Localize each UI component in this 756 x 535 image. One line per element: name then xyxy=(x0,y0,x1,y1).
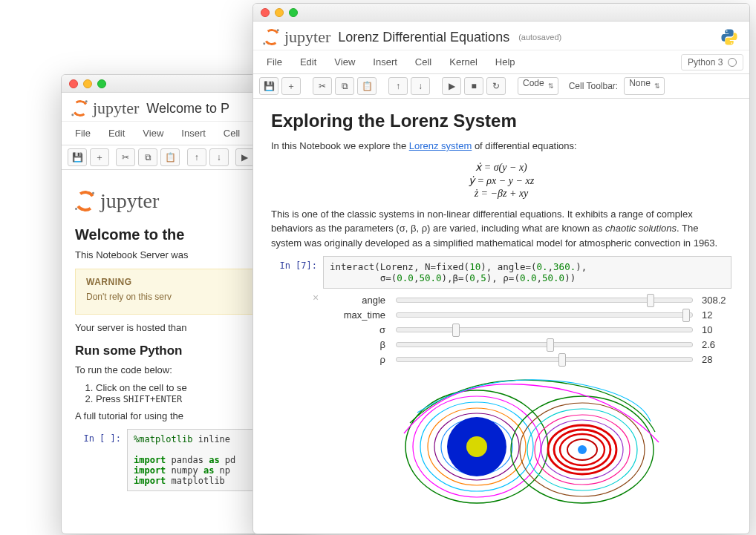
slider-row-angle: angle308.2 xyxy=(330,295,727,306)
move-down-button[interactable]: ↓ xyxy=(209,148,229,166)
zoom-icon[interactable] xyxy=(289,8,298,17)
titlebar[interactable] xyxy=(253,4,749,22)
slider-track[interactable] xyxy=(396,298,693,303)
close-icon[interactable] xyxy=(261,8,270,17)
slider-value: 10 xyxy=(693,324,727,335)
menu-kernel[interactable]: Kernel xyxy=(442,53,485,70)
description-paragraph: This is one of the classic systems in no… xyxy=(271,207,731,251)
jupyter-wordmark: jupyter xyxy=(93,99,139,118)
slider-row-β: β2.6 xyxy=(330,339,727,350)
stop-button[interactable]: ■ xyxy=(464,77,483,95)
menu-view[interactable]: View xyxy=(327,53,362,70)
cell-type-select[interactable]: Code ⇅ xyxy=(518,77,558,95)
menu-insert[interactable]: Insert xyxy=(365,53,405,70)
jupyter-mark-icon xyxy=(262,27,281,46)
slider-label: angle xyxy=(330,295,396,306)
copy-button[interactable]: ⧉ xyxy=(138,148,157,166)
slider-thumb[interactable] xyxy=(558,353,566,367)
cell-toolbar-select[interactable]: None ⇅ xyxy=(624,77,665,95)
menu-file[interactable]: File xyxy=(68,125,98,142)
jupyter-wordmark: jupyter xyxy=(100,189,159,213)
close-icon[interactable] xyxy=(69,79,78,88)
cell-toolbar-label: Cell Toolbar: xyxy=(569,81,618,91)
slider-track[interactable] xyxy=(396,327,693,332)
cut-button[interactable]: ✂ xyxy=(313,77,332,95)
add-cell-button[interactable]: ＋ xyxy=(90,148,109,166)
menu-insert[interactable]: Insert xyxy=(174,125,213,142)
jupyter-mark-icon xyxy=(74,189,97,213)
minimize-icon[interactable] xyxy=(83,79,92,88)
kernel-name[interactable]: Python 3 xyxy=(681,54,743,70)
interact-output: × angle308.2max_time12σ10β2.6ρ28 xyxy=(330,295,727,513)
restart-button[interactable]: ↻ xyxy=(486,77,506,95)
move-up-button[interactable]: ↑ xyxy=(187,148,206,166)
slider-thumb[interactable] xyxy=(452,324,460,337)
menu-view[interactable]: View xyxy=(135,125,171,142)
code-cell[interactable]: In [7]: interact(Lorenz, N=fixed(10), an… xyxy=(271,256,731,289)
slider-track[interactable] xyxy=(396,312,693,318)
zoom-icon[interactable] xyxy=(97,79,106,88)
jupyter-mark-icon xyxy=(71,99,89,117)
lorenz-equations: ẋ = σ(y − x) ẏ = ρx − y − xz ż = −βz + x… xyxy=(271,161,731,200)
slider-track[interactable] xyxy=(396,342,693,347)
minimize-icon[interactable] xyxy=(275,8,284,17)
paste-button[interactable]: 📋 xyxy=(160,148,180,166)
lorenz-attractor-plot xyxy=(369,372,688,513)
run-button[interactable]: ▶ xyxy=(442,77,461,95)
slider-thumb[interactable] xyxy=(547,338,554,352)
close-widget-icon[interactable]: × xyxy=(313,292,319,303)
slider-label: ρ xyxy=(330,354,396,365)
chevron-up-down-icon: ⇅ xyxy=(654,82,660,90)
slider-label: β xyxy=(330,339,396,350)
save-button[interactable]: 💾 xyxy=(259,77,278,95)
lorenz-system-link[interactable]: Lorenz system xyxy=(409,140,472,151)
svg-point-7 xyxy=(466,436,487,457)
move-up-button[interactable]: ↑ xyxy=(388,77,408,95)
warning-title: WARNING xyxy=(86,277,281,287)
slider-thumb[interactable] xyxy=(682,309,690,322)
slider-row-σ: σ10 xyxy=(330,324,727,335)
save-button[interactable]: 💾 xyxy=(68,148,87,166)
svg-point-17 xyxy=(578,445,587,454)
input-prompt: In [7]: xyxy=(271,256,323,289)
intro-paragraph: In this Notebook we explore the Lorenz s… xyxy=(271,139,731,154)
menu-edit[interactable]: Edit xyxy=(293,53,324,70)
move-down-button[interactable]: ↓ xyxy=(411,77,430,95)
code-input[interactable]: interact(Lorenz, N=fixed(10), angle=(0.,… xyxy=(323,256,731,289)
slider-value: 12 xyxy=(693,309,727,321)
kernel-indicator xyxy=(720,27,739,47)
slider-label: σ xyxy=(330,324,396,335)
slider-row-max_time: max_time12 xyxy=(330,309,727,321)
menu-cell[interactable]: Cell xyxy=(216,125,247,142)
menubar: File Edit View Insert Cell Kernel Help P… xyxy=(253,50,749,74)
copy-button[interactable]: ⧉ xyxy=(335,77,354,95)
kernel-status-idle-icon xyxy=(728,58,737,67)
warning-text: Don't rely on this serv xyxy=(86,290,281,303)
slider-value: 2.6 xyxy=(693,339,727,350)
jupyter-logo[interactable]: jupyter xyxy=(72,99,139,118)
cut-button[interactable]: ✂ xyxy=(116,148,135,166)
slider-thumb[interactable] xyxy=(647,294,654,307)
slider-value: 308.2 xyxy=(693,295,727,306)
autosave-status: (autosaved) xyxy=(518,33,561,42)
menu-file[interactable]: File xyxy=(259,53,290,70)
notebook-header: jupyter Lorenz Differential Equations (a… xyxy=(253,22,749,50)
chevron-up-down-icon: ⇅ xyxy=(548,82,554,90)
jupyter-logo[interactable]: jupyter xyxy=(264,27,330,47)
add-cell-button[interactable]: ＋ xyxy=(281,77,301,95)
slider-row-ρ: ρ28 xyxy=(330,354,727,365)
slider-track[interactable] xyxy=(396,357,693,362)
paste-button[interactable]: 📋 xyxy=(357,77,377,95)
input-prompt: In [ ]: xyxy=(75,429,127,491)
python-logo-icon xyxy=(720,27,739,47)
notebook-title[interactable]: Welcome to P xyxy=(146,101,229,116)
notebook-title[interactable]: Lorenz Differential Equations xyxy=(338,30,509,45)
menu-help[interactable]: Help xyxy=(488,53,523,70)
slider-value: 28 xyxy=(693,354,727,365)
page-title: Exploring the Lorenz System xyxy=(271,111,731,131)
menu-cell[interactable]: Cell xyxy=(408,53,439,70)
keyboard-shortcut: SHIFT+ENTER xyxy=(123,394,182,404)
notebook-body: Exploring the Lorenz System In this Note… xyxy=(253,99,749,532)
menu-edit[interactable]: Edit xyxy=(101,125,132,142)
toolbar: 💾 ＋ ✂ ⧉ 📋 ↑ ↓ ▶ ■ ↻ Code ⇅ Cell Toolbar:… xyxy=(253,74,749,99)
